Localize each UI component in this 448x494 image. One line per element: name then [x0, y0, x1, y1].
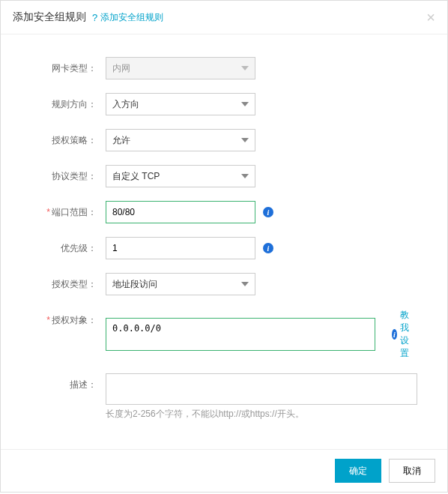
row-policy: 授权策略： 允许 — [16, 129, 417, 151]
required-star: * — [46, 207, 50, 217]
row-protocol: 协议类型： 自定义 TCP — [16, 165, 417, 187]
select-policy[interactable]: 允许 — [106, 129, 255, 151]
modal-footer: 确定 取消 — [1, 449, 447, 492]
row-auth-type: 授权类型： 地址段访问 — [16, 273, 417, 295]
label-direction: 规则方向： — [16, 93, 106, 115]
help-icon[interactable]: ? — [92, 12, 97, 23]
security-rule-modal: 添加安全组规则 ? 添加安全组规则 × 网卡类型： 内网 规则方向： 入方向 — [0, 0, 448, 493]
row-direction: 规则方向： 入方向 — [16, 93, 417, 115]
select-auth-type[interactable]: 地址段访问 — [106, 273, 255, 295]
select-auth-type-value: 地址段访问 — [112, 278, 157, 291]
select-protocol[interactable]: 自定义 TCP — [106, 165, 255, 187]
required-star: * — [46, 315, 50, 325]
label-port-range: *端口范围： — [16, 201, 106, 223]
chevron-down-icon — [241, 138, 249, 142]
close-icon[interactable]: × — [426, 10, 435, 25]
row-description: 描述： 长度为2-256个字符，不能以http://或https://开头。 — [16, 373, 417, 421]
select-protocol-value: 自定义 TCP — [112, 170, 160, 183]
help-link-wrap: i 教我设置 — [392, 309, 417, 360]
select-policy-value: 允许 — [112, 134, 130, 147]
chevron-down-icon — [241, 102, 249, 106]
row-port-range: *端口范围： i — [16, 201, 417, 223]
label-policy: 授权策略： — [16, 129, 106, 151]
select-direction[interactable]: 入方向 — [106, 93, 255, 115]
textarea-description[interactable] — [106, 373, 417, 405]
input-priority[interactable] — [106, 237, 255, 259]
info-icon[interactable]: i — [263, 207, 273, 217]
row-nic-type: 网卡类型： 内网 — [16, 57, 417, 79]
info-icon[interactable]: i — [263, 243, 273, 253]
info-icon[interactable]: i — [392, 329, 397, 340]
label-protocol: 协议类型： — [16, 165, 106, 187]
chevron-down-icon — [241, 174, 249, 178]
select-direction-value: 入方向 — [112, 98, 139, 111]
label-auth-type: 授权类型： — [16, 273, 106, 295]
confirm-button[interactable]: 确定 — [335, 459, 381, 483]
modal-header: 添加安全组规则 ? 添加安全组规则 × — [1, 1, 447, 34]
description-hint: 长度为2-256个字符，不能以http://或https://开头。 — [106, 408, 417, 421]
teach-me-link[interactable]: 教我设置 — [400, 309, 417, 360]
modal-title: 添加安全组规则 — [13, 10, 86, 24]
row-priority: 优先级： i — [16, 237, 417, 259]
select-nic-type: 内网 — [106, 57, 255, 79]
label-priority: 优先级： — [16, 237, 106, 259]
modal-body: 网卡类型： 内网 规则方向： 入方向 授权策略： 允许 — [1, 34, 447, 449]
label-auth-object: *授权对象： — [16, 309, 106, 331]
textarea-auth-object[interactable] — [106, 318, 375, 351]
row-auth-object: *授权对象： i 教我设置 — [16, 309, 417, 360]
cancel-button[interactable]: 取消 — [389, 459, 435, 483]
input-port-range[interactable] — [106, 201, 255, 223]
label-description: 描述： — [16, 373, 106, 396]
modal-subtitle-link[interactable]: 添加安全组规则 — [100, 11, 163, 24]
chevron-down-icon — [241, 282, 249, 286]
chevron-down-icon — [241, 66, 249, 70]
select-nic-type-value: 内网 — [112, 62, 130, 75]
label-nic-type: 网卡类型： — [16, 57, 106, 79]
